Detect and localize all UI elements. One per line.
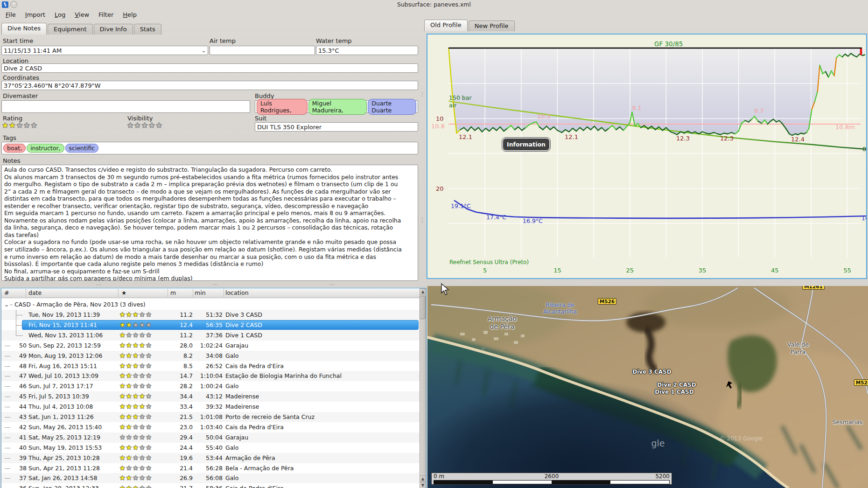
dive-row[interactable]: 42Sun, May 26, 2013 15:40★★★★★23.01:03:4… [1,422,420,432]
dive-row[interactable]: 36Sun, Jan 20, 2013 12:33★★★★★21.758:36C… [1,483,420,488]
dive-row[interactable]: 50Sun, Sep 22, 2013 12:59★★★★★28.01:02:2… [1,341,420,351]
column-header-3[interactable]: m [170,289,176,296]
tab-equipment[interactable]: Equipment [48,24,93,35]
start-time-label: Start time [3,37,33,44]
buddy-field[interactable]: Luís Rodrigues,Miguel Madureira,Duarte D… [255,100,418,113]
tag-chip[interactable]: instructor, [27,144,64,153]
star-icon: ★ [139,403,146,410]
information-tooltip[interactable]: Information [502,138,550,151]
dive-profile-chart[interactable]: GF 30/85150 barair80102051525354555Reefn… [427,34,867,279]
expander-icon[interactable]: ⌄ [4,301,9,308]
suit-field[interactable]: DUI TLS 350 Explorer [255,122,418,132]
column-header-5[interactable]: location [225,289,249,296]
notes-textarea[interactable]: Aula do curso CASD. Transectos c/video e… [1,165,418,281]
menu-help[interactable]: Help [118,10,141,19]
star-icon: ★ [133,321,139,328]
column-header-1[interactable]: date [28,289,42,296]
tree-line [5,448,10,448]
cell: 42 [14,424,27,431]
star-icon: ★ [119,464,126,472]
tab-old-profile[interactable]: Old Profile [424,20,468,31]
divemaster-field[interactable] [1,100,250,113]
splitter-handle[interactable]: ⋯ [96,281,102,288]
scroll-down-button[interactable]: ▼ [420,482,426,488]
cell: Cais da Pedra d'Eira [225,424,284,431]
column-header-2[interactable]: ★ [121,289,126,296]
vertical-splitter-handle[interactable]: ⋮ [420,217,426,223]
tree-line [5,346,10,346]
column-header-0[interactable]: # [4,289,9,296]
coordinates-field[interactable]: 37°05'23.460"N 8°20'47.879"W [1,81,418,90]
tag-chip[interactable]: scientific [65,144,99,153]
dive-row[interactable]: 43Sat, Jun 1, 2013 11:26★★★★★21.51:01:08… [1,412,420,422]
menu-view[interactable]: View [70,10,94,19]
dive-row[interactable]: 46Sun, Jul 7, 2013 17:17★★★★★28.21:00:24… [1,381,420,391]
dive-row[interactable]: 48Fri, Aug 16, 2013 15:11★★★★★8.526:52Ca… [1,361,420,371]
svg-text:35: 35 [699,267,707,274]
svg-text:5: 5 [483,267,487,274]
cell: 56:08 [194,474,223,481]
scroll-up-button-2[interactable]: ▲ [420,475,426,482]
column-separator[interactable] [26,289,26,297]
buddy-chip[interactable]: Miguel Madureira, [308,99,367,115]
column-separator[interactable] [168,289,168,297]
cell: Sun, Jan 20, 2013 12:33 [28,485,99,488]
star-icon: ★ [139,311,146,318]
chevron-down-icon[interactable]: ⌄ [202,48,206,54]
menu-file[interactable]: File [1,10,21,19]
star-icon: ★ [119,331,126,339]
column-separator[interactable] [193,289,193,297]
star-icon: ★ [126,342,133,349]
dive-row[interactable]: 47Wed, Jul 10, 2013 13:09★★★★★14.71:10:0… [1,371,420,381]
star-icon: ★ [133,392,139,400]
column-separator[interactable] [224,289,224,297]
buddy-chip[interactable]: Luís Rodrigues, [257,99,308,115]
tree-line [5,478,10,479]
water-temp-field[interactable]: 15.3°C [316,46,418,55]
start-time-combobox[interactable]: 11/15/13 11:41 AM ⌄ [1,46,208,55]
dive-list-header[interactable]: #date★mminlocation [1,288,420,298]
profile-plot: GF 30/85150 barair80102051525354555Reefn… [427,35,866,278]
visibility-stars[interactable]: ★★★★★ [127,122,163,129]
dive-site-map[interactable]: Armaçãode PêraRibeira deAlcantarilhaM526… [427,286,868,488]
dive-row[interactable]: 40Sun, May 19, 2013 15:53★★★★★24.455:40G… [1,443,420,453]
star-icon: ★ [139,433,146,441]
dive-trip-group-row[interactable]: ⌄–CASD - Armação de Pêra, Nov 2013 (3 di… [1,300,420,310]
scrollbar-thumb[interactable] [420,296,426,319]
tab-new-profile[interactable]: New Profile [469,21,515,31]
dive-row[interactable]: 39Thu, Apr 25, 2013 10:28★★★★★19.653:44A… [1,453,420,463]
tags-field[interactable]: boat,instructor,scientific [1,142,418,154]
column-header-4[interactable]: min [195,289,206,296]
dive-row[interactable]: 44Thu, Jul 4, 2013 10:08★★★★★33.439:32Ma… [1,402,420,412]
tag-chip[interactable]: boat, [3,144,26,153]
menu-filter[interactable]: Filter [94,10,118,19]
dive-row[interactable]: 45Fri, Jul 5, 2013 10:39★★★★★34.443:12Ma… [1,391,420,402]
water-temp-label: Water temp [316,37,352,44]
dive-row[interactable]: Tue, Nov 19, 2013 11:39★★★★★11.251:32Div… [1,310,420,320]
buddy-chip[interactable]: Duarte Duarte [368,99,416,115]
dive-row[interactable]: Wed, Nov 13, 2013 11:06★★★★★11.237:36Div… [1,330,420,341]
dive-row[interactable]: 41Sat, May 25, 2013 12:19★★★★★29.450:04G… [1,432,420,443]
dive-row[interactable]: 38Sun, Apr 21, 2013 11:28★★★★★21.456:28B… [1,463,420,474]
column-separator[interactable] [118,289,119,297]
dive-row[interactable]: 37Sat, Jan 26, 2013 14:58★★★★★26.956:08G… [1,473,420,483]
menu-log[interactable]: Log [50,10,70,19]
tab-stats[interactable]: Stats [134,24,161,35]
location-field[interactable]: Dive 2 CASD [1,63,418,73]
star-icon: ★ [126,372,133,379]
rating-stars[interactable]: ★★★★★ [2,122,38,129]
scroll-up-button[interactable]: ▲ [420,288,426,295]
vertical-splitter-handle[interactable]: ⋮ [420,91,426,98]
dive-row[interactable]: 49Mon, Aug 19, 2013 12:06★★★★★8.234:08Ga… [1,351,420,361]
air-temp-field[interactable] [210,46,315,55]
star-icon: ★ [146,464,152,472]
scale-max: 5200 [655,473,670,480]
splitter-handle[interactable]: ⋯ [212,281,219,288]
menu-import[interactable]: Import [21,10,50,19]
dive-row-selected[interactable]: Fri, Nov 15, 2013 11:41★★★★★12.456:35Div… [1,320,420,330]
tab-dive-info[interactable]: Dive Info [94,24,133,35]
star-icon: ★ [119,484,126,488]
star-icon: ★ [146,311,152,318]
tab-dive-notes[interactable]: Dive Notes [1,23,47,35]
splitter-handle[interactable]: ⋯ [329,281,336,288]
